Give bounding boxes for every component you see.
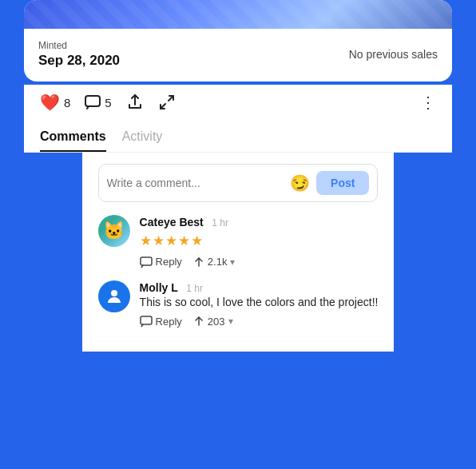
actions-bar: ❤️ 8 5 ⋮ xyxy=(24,85,452,120)
comment-time: 1 hr xyxy=(212,217,228,229)
comment-item: 🐱 Cateye Best 1 hr ★ ★ ★ ★ ★ xyxy=(98,215,379,268)
avatar xyxy=(98,280,130,312)
star-1: ★ xyxy=(140,233,152,249)
star-2: ★ xyxy=(153,233,165,249)
reply-button[interactable]: Reply xyxy=(140,316,182,328)
expand-button[interactable] xyxy=(158,93,176,111)
star-3: ★ xyxy=(165,233,177,249)
minted-section: Minted Sep 28, 2020 No previous sales xyxy=(24,29,452,81)
chat-icon xyxy=(85,95,101,109)
comment-input-row: 😏 Post xyxy=(98,164,379,202)
phone-frame: Minted Sep 28, 2020 No previous sales ❤️… xyxy=(0,0,476,469)
card: Minted Sep 28, 2020 No previous sales xyxy=(24,0,452,81)
upvote-button[interactable]: 2.1k ▾ xyxy=(193,256,236,268)
comment-username: Molly L xyxy=(140,281,178,294)
no-sales-text: No previous sales xyxy=(349,48,438,61)
svg-rect-1 xyxy=(141,257,152,265)
comment-item: Molly L 1 hr This is so cool, I love the… xyxy=(98,280,379,328)
emoji-button[interactable]: 😏 xyxy=(290,173,310,193)
upvote-button[interactable]: 203 ▾ xyxy=(193,316,233,328)
likes-count: 8 xyxy=(64,96,70,109)
upvote-icon xyxy=(193,316,204,327)
reply-button[interactable]: Reply xyxy=(140,256,182,268)
tab-comments[interactable]: Comments xyxy=(40,129,106,152)
likes-action[interactable]: ❤️ 8 xyxy=(40,93,70,112)
comment-reply-icon xyxy=(140,316,153,327)
minted-label: Minted xyxy=(38,40,120,51)
upload-icon xyxy=(126,93,144,111)
expand-icon xyxy=(158,93,176,111)
stars-row: ★ ★ ★ ★ ★ xyxy=(140,233,379,249)
comments-section: 😏 Post 🐱 Cateye Best 1 hr ★ ★ ★ ★ ★ xyxy=(82,153,395,352)
post-button[interactable]: Post xyxy=(316,171,369,195)
minted-date: Sep 28, 2020 xyxy=(38,53,120,69)
comment-body: Cateye Best 1 hr ★ ★ ★ ★ ★ xyxy=(140,215,379,268)
upvote-count: 203 xyxy=(208,316,225,328)
chevron-down-icon: ▾ xyxy=(228,316,233,327)
svg-point-2 xyxy=(111,290,117,296)
avatar-image: 🐱 xyxy=(103,221,125,241)
comment-body: Molly L 1 hr This is so cool, I love the… xyxy=(140,280,379,328)
avatar: 🐱 xyxy=(98,215,130,247)
hero-image xyxy=(24,0,452,29)
svg-rect-3 xyxy=(141,316,152,324)
more-options-button[interactable]: ⋮ xyxy=(420,93,436,112)
star-4: ★ xyxy=(178,233,190,249)
avatar-image xyxy=(98,280,130,312)
comment-reply-icon xyxy=(140,256,153,268)
comment-input[interactable] xyxy=(107,177,284,189)
tab-activity[interactable]: Activity xyxy=(122,129,163,152)
share-button[interactable] xyxy=(126,93,144,111)
svg-rect-0 xyxy=(85,96,100,106)
comment-actions-row: Reply 203 ▾ xyxy=(140,316,379,328)
comment-text: This is so cool, I love the colors and t… xyxy=(140,295,379,311)
comments-count: 5 xyxy=(105,96,111,109)
upvote-count: 2.1k xyxy=(208,256,228,268)
upvote-icon xyxy=(193,256,204,268)
comment-actions-row: Reply 2.1k ▾ xyxy=(140,256,379,268)
comment-username: Cateye Best xyxy=(140,216,204,229)
comment-time: 1 hr xyxy=(186,283,203,294)
tabs-section: Comments Activity xyxy=(24,120,452,153)
heart-icon: ❤️ xyxy=(40,93,60,112)
chevron-down-icon: ▾ xyxy=(230,256,235,268)
star-5: ★ xyxy=(191,233,203,249)
comments-action[interactable]: 5 xyxy=(85,95,111,109)
